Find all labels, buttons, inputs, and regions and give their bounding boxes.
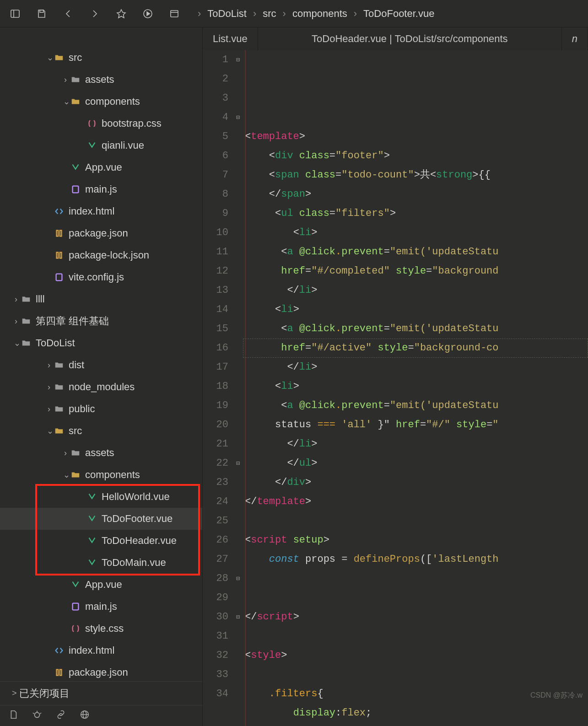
tree-item[interactable]: ⌄components	[0, 91, 202, 113]
file-icon	[54, 250, 64, 260]
breadcrumb-item[interactable]: src	[263, 8, 276, 20]
tree-item[interactable]: qianli.vue	[0, 134, 202, 156]
file-icon	[87, 118, 97, 129]
tree-item-label: package.json	[69, 227, 128, 239]
file-icon	[70, 602, 81, 612]
tree-item[interactable]: ⌄ToDoList	[0, 332, 202, 354]
svg-rect-14	[73, 603, 79, 610]
browse-file-icon[interactable]	[162, 1, 187, 26]
tree-item[interactable]: ToDoFooter.vue	[0, 508, 202, 530]
svg-rect-11	[57, 253, 59, 258]
tab-overflow[interactable]: n	[562, 27, 588, 50]
file-explorer: ⌄src›assets⌄componentsbootstrap.cssqianl…	[0, 27, 203, 726]
fold-column[interactable]: ⊟⊟⊟⊟⊟	[233, 50, 243, 726]
tree-item[interactable]: index.html	[0, 200, 202, 222]
tree-item[interactable]: App.vue	[0, 156, 202, 178]
svg-rect-16	[60, 670, 62, 676]
file-icon	[70, 184, 81, 194]
closed-projects-label: 已关闭项目	[19, 687, 70, 700]
tree-item[interactable]: App.vue	[0, 574, 202, 596]
tab-listvue[interactable]: List.vue	[203, 27, 258, 50]
file-icon	[87, 536, 97, 546]
folder-icon	[70, 470, 81, 480]
chevron-down-icon[interactable]: ⌄	[63, 470, 68, 480]
tree-item[interactable]: ToDoMain.vue	[0, 552, 202, 574]
tree-item[interactable]: ToDoHeader.vue	[0, 530, 202, 552]
code-area[interactable]: 1234567891011121314151617181920212223242…	[203, 50, 588, 726]
back-icon[interactable]	[56, 1, 81, 26]
tree-item[interactable]: ⌄src	[0, 420, 202, 442]
tab-todoheader[interactable]: ToDoHeader.vue | ToDoList/src/components	[258, 27, 562, 50]
bug-icon[interactable]	[32, 710, 42, 722]
save-icon[interactable]	[29, 1, 54, 26]
chevron-right-icon[interactable]: ›	[47, 360, 51, 370]
tree-item-label: App.vue	[85, 579, 122, 591]
tree-item-label: src	[69, 425, 82, 437]
tree-item[interactable]: vite.config.js	[0, 266, 202, 288]
svg-marker-3	[117, 10, 125, 18]
file-icon	[70, 624, 81, 634]
tree-item[interactable]: bootstrap.css	[0, 113, 202, 134]
tree-item[interactable]: ›assets	[0, 442, 202, 464]
tree-item[interactable]: main.js	[0, 178, 202, 200]
chevron-down-icon[interactable]: ⌄	[63, 97, 68, 107]
chevron-right-icon[interactable]: ›	[63, 75, 68, 85]
code-content[interactable]: <template> <div class="footer"> <span cl…	[243, 50, 588, 726]
tree-item[interactable]: ⌄src	[0, 47, 202, 69]
tree-item-label: index.html	[69, 205, 114, 217]
svg-rect-12	[60, 253, 62, 258]
file-tree[interactable]: ⌄src›assets⌄componentsbootstrap.cssqianl…	[0, 27, 202, 681]
link-icon[interactable]	[56, 710, 66, 722]
chevron-down-icon[interactable]: ⌄	[47, 53, 51, 63]
tree-item[interactable]: ›dist	[0, 354, 202, 376]
chevron-right-icon[interactable]: ›	[47, 404, 51, 414]
chevron-right-icon[interactable]: ›	[63, 448, 68, 458]
tree-item[interactable]: package.json	[0, 222, 202, 244]
tree-item[interactable]: ⌄components	[0, 464, 202, 486]
chevron-right-icon[interactable]: ›	[14, 295, 18, 304]
chevron-right-icon[interactable]: ›	[47, 382, 51, 392]
tree-item-label: components	[85, 96, 140, 108]
tree-item[interactable]: ›llll	[0, 288, 202, 310]
folder-icon	[54, 404, 64, 414]
star-icon[interactable]	[109, 1, 134, 26]
tree-item[interactable]: style.css	[0, 618, 202, 640]
tree-item[interactable]: index.html	[0, 640, 202, 661]
file-icon	[54, 206, 64, 216]
tree-item-label: HelloWorld.vue	[102, 491, 170, 503]
current-line-highlight	[243, 339, 588, 358]
tree-item[interactable]: package.json	[0, 661, 202, 681]
doc-icon[interactable]	[8, 710, 18, 722]
breadcrumb-item[interactable]: ToDoFooter.vue	[363, 8, 434, 20]
panel-toggle-icon[interactable]	[3, 1, 27, 26]
closed-projects-row[interactable]: > 已关闭项目	[0, 681, 202, 705]
chevron-down-icon[interactable]: ⌄	[14, 338, 18, 348]
chevron-right-icon: ›	[354, 8, 357, 20]
file-icon	[87, 140, 97, 151]
tree-item[interactable]: ›assets	[0, 69, 202, 91]
tree-item[interactable]: ›node_modules	[0, 376, 202, 398]
file-icon	[54, 645, 64, 656]
tree-item-label: ToDoHeader.vue	[102, 535, 177, 547]
tree-item-label: App.vue	[85, 161, 122, 173]
tree-item[interactable]: package-lock.json	[0, 244, 202, 266]
folder-icon	[70, 448, 81, 458]
tree-item[interactable]: HelloWorld.vue	[0, 486, 202, 508]
line-gutter: 1234567891011121314151617181920212223242…	[203, 50, 233, 726]
globe-icon[interactable]	[80, 710, 90, 722]
breadcrumb-item[interactable]: components	[292, 8, 347, 20]
chevron-right-icon: ›	[253, 8, 256, 20]
svg-rect-9	[57, 231, 59, 237]
tree-item[interactable]: ›第四章 组件基础	[0, 310, 202, 332]
tree-item[interactable]: main.js	[0, 596, 202, 618]
tree-item-label: qianli.vue	[102, 140, 144, 151]
tree-item-label: package.json	[69, 667, 128, 678]
breadcrumb-item[interactable]: ToDoList	[207, 8, 247, 20]
chevron-down-icon[interactable]: ⌄	[47, 426, 51, 436]
tree-item-label: package-lock.json	[69, 249, 149, 261]
chevron-right-icon[interactable]: ›	[14, 317, 18, 326]
folder-icon	[54, 382, 64, 392]
forward-icon[interactable]	[82, 1, 107, 26]
tree-item[interactable]: ›public	[0, 398, 202, 420]
run-icon[interactable]	[135, 1, 160, 26]
